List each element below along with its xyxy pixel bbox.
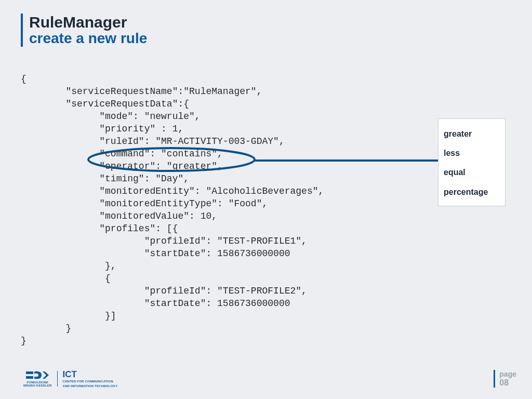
dept-block: ICT CENTER FOR COMMUNICATION AND INFORMA… [63,370,118,388]
dept-sub-line2: AND INFORMATION TECHNOLOGY [63,384,118,388]
operator-options-box: greater less equal percentage [438,118,506,206]
operator-option: percentage [444,182,500,202]
page-label: page [499,370,516,378]
org-name-line2: BRUNO KESSLER [23,384,52,387]
json-code-block: { "serviceRequestName":"RuleManager", "s… [21,73,324,347]
title-block: RuleManager create a new rule [21,14,147,47]
svg-rect-2 [26,371,33,374]
operator-option: greater [444,124,500,143]
operator-option: equal [444,163,500,182]
logo-separator [57,371,58,387]
svg-rect-3 [26,376,33,379]
page-title: RuleManager [29,14,147,31]
operator-option: less [444,143,500,163]
page-subtitle: create a new rule [29,31,147,47]
page-number-badge: page 08 [494,370,516,388]
dept-sub-line1: CENTER FOR COMMUNICATION [63,380,118,383]
dept-abbrev: ICT [63,370,118,379]
fbk-logo-icon: FONDAZIONE BRUNO KESSLER [23,370,52,388]
footer-logo: FONDAZIONE BRUNO KESSLER ICT CENTER FOR … [23,370,117,388]
page-number: 08 [499,378,516,388]
